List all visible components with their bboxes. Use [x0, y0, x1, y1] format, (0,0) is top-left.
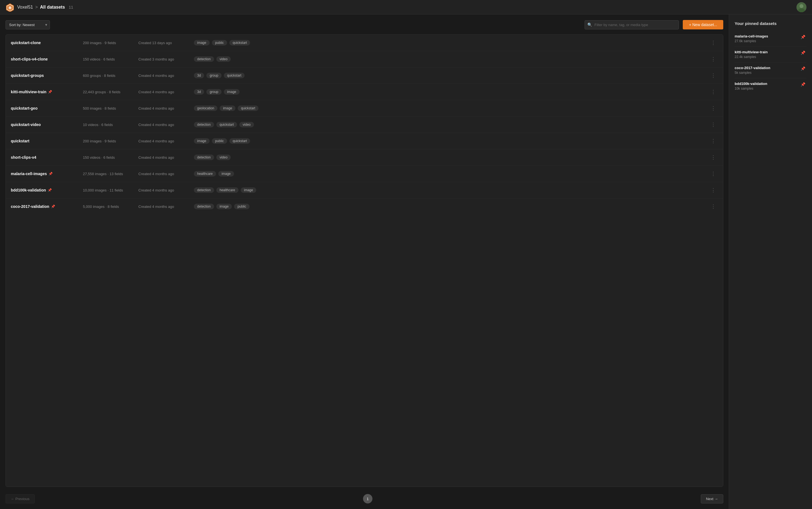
tag: image	[241, 187, 257, 193]
search-wrapper: 🔍	[585, 20, 679, 29]
list-item[interactable]: coco-2017-validation 5k samples 📌	[735, 62, 807, 78]
table-row[interactable]: quickstart-groups 600 groups · 8 fields …	[6, 67, 723, 84]
main-container: Sort by: Newest Sort by: Oldest Sort by:…	[0, 14, 812, 509]
sidebar: Your pinned datasets malaria-cell-images…	[729, 14, 812, 509]
voxel51-logo[interactable]	[5, 3, 14, 12]
tag: image	[218, 171, 234, 176]
pin-icon: 📌	[48, 188, 52, 192]
list-item[interactable]: bdd100k-validation 10k samples 📌	[735, 78, 807, 94]
pin-button[interactable]: 📌	[800, 66, 807, 71]
tag: detection	[194, 122, 214, 127]
dataset-meta: 22,443 groups · 8 fields	[83, 90, 138, 94]
dataset-meta: 150 videos · 6 fields	[83, 57, 138, 61]
tag: quickstart	[224, 73, 245, 78]
tag: healthcare	[194, 171, 216, 176]
dataset-menu-button[interactable]: ⋮	[708, 104, 718, 112]
avatar[interactable]	[797, 2, 807, 12]
pin-button[interactable]: 📌	[800, 81, 807, 87]
new-dataset-button[interactable]: + New dataset...	[683, 20, 723, 29]
table-row[interactable]: bdd100k-validation📌 10,000 images · 11 f…	[6, 182, 723, 198]
tag: geolocation	[194, 105, 217, 111]
tag: detection	[194, 155, 214, 160]
sort-wrapper: Sort by: Newest Sort by: Oldest Sort by:…	[5, 20, 50, 29]
dataset-tags: detectionhealthcareimage	[194, 187, 708, 193]
svg-point-5	[800, 4, 803, 8]
dataset-tags: imagepublicquickstart	[194, 138, 708, 144]
table-row[interactable]: quickstart-clone 200 images · 9 fields C…	[6, 35, 723, 51]
dataset-tags: healthcareimage	[194, 171, 708, 176]
table-row[interactable]: coco-2017-validation📌 5,000 images · 8 f…	[6, 198, 723, 214]
breadcrumb-app[interactable]: Voxel51	[17, 5, 33, 10]
dataset-name: short-clips-v4	[11, 155, 83, 160]
content-area: Sort by: Newest Sort by: Oldest Sort by:…	[0, 14, 729, 509]
pinned-dataset-samples: 27.6k samples	[735, 39, 768, 43]
tag: quickstart	[229, 138, 250, 144]
search-icon: 🔍	[587, 23, 592, 27]
breadcrumb: Voxel51 > All datasets 11	[17, 5, 73, 10]
tag: 3d	[194, 89, 204, 95]
dataset-created: Created 4 months ago	[138, 156, 194, 160]
dataset-menu-button[interactable]: ⋮	[708, 153, 718, 162]
dataset-menu-button[interactable]: ⋮	[708, 55, 718, 63]
tag: video	[216, 56, 231, 62]
page-numbers: 1	[363, 494, 372, 504]
table-row[interactable]: quickstart 200 images · 9 fields Created…	[6, 133, 723, 149]
sort-select[interactable]: Sort by: Newest Sort by: Oldest Sort by:…	[5, 20, 50, 29]
table-row[interactable]: quickstart-video 10 videos · 6 fields Cr…	[6, 116, 723, 133]
dataset-created: Created 4 months ago	[138, 188, 194, 192]
list-item[interactable]: kitti-multiview-train 22.4k samples 📌	[735, 47, 807, 62]
table-row[interactable]: kitti-multiview-train📌 22,443 groups · 8…	[6, 84, 723, 100]
tag: public	[212, 40, 227, 45]
toolbar: Sort by: Newest Sort by: Oldest Sort by:…	[5, 20, 723, 29]
datasets-list: quickstart-clone 200 images · 9 fields C…	[5, 34, 723, 487]
dataset-created: Created 3 months ago	[138, 57, 194, 61]
search-input[interactable]	[585, 20, 679, 29]
pinned-dataset-name: kitti-multiview-train	[735, 50, 768, 54]
tag: quickstart	[229, 40, 250, 45]
page-1-button[interactable]: 1	[363, 494, 372, 504]
table-row[interactable]: quickstart-geo 500 images · 8 fields Cre…	[6, 100, 723, 116]
next-button[interactable]: Next →	[701, 494, 723, 504]
tag: 3d	[194, 73, 204, 78]
table-row[interactable]: malaria-cell-images📌 27,558 images · 13 …	[6, 166, 723, 182]
tag: video	[216, 155, 231, 160]
tag: quickstart	[216, 122, 237, 127]
sidebar-title: Your pinned datasets	[735, 21, 807, 26]
dataset-menu-button[interactable]: ⋮	[708, 186, 718, 194]
dataset-name: quickstart-groups	[11, 73, 83, 78]
dataset-created: Created 13 days ago	[138, 41, 194, 45]
dataset-meta: 500 images · 8 fields	[83, 106, 138, 110]
dataset-menu-button[interactable]: ⋮	[708, 121, 718, 129]
tag: image	[224, 89, 239, 95]
dataset-menu-button[interactable]: ⋮	[708, 88, 718, 96]
dataset-created: Created 4 months ago	[138, 73, 194, 78]
tag: quickstart	[238, 105, 258, 111]
pin-button[interactable]: 📌	[800, 50, 807, 56]
dataset-menu-button[interactable]: ⋮	[708, 39, 718, 47]
dataset-meta: 150 videos · 6 fields	[83, 156, 138, 160]
dataset-menu-button[interactable]: ⋮	[708, 170, 718, 178]
table-row[interactable]: short-clips-v4 150 videos · 6 fields Cre…	[6, 149, 723, 166]
dataset-name: quickstart	[11, 139, 83, 143]
dataset-name: quickstart-clone	[11, 40, 83, 45]
pinned-dataset-name: bdd100k-validation	[735, 81, 767, 86]
pagination: ← Previous 1 Next →	[5, 490, 723, 504]
dataset-name: bdd100k-validation📌	[11, 188, 83, 192]
dataset-count-badge: 11	[69, 5, 73, 9]
dataset-menu-button[interactable]: ⋮	[708, 71, 718, 80]
dataset-menu-button[interactable]: ⋮	[708, 137, 718, 145]
pin-button[interactable]: 📌	[800, 34, 807, 40]
dataset-meta: 27,558 images · 13 fields	[83, 172, 138, 176]
dataset-menu-button[interactable]: ⋮	[708, 202, 718, 211]
tag: detection	[194, 56, 214, 62]
header-left: Voxel51 > All datasets 11	[5, 3, 73, 12]
table-row[interactable]: short-clips-v4-clone 150 videos · 6 fiel…	[6, 51, 723, 67]
pinned-datasets-list: malaria-cell-images 27.6k samples 📌 kitt…	[735, 31, 807, 94]
dataset-created: Created 4 months ago	[138, 172, 194, 176]
previous-button[interactable]: ← Previous	[5, 494, 35, 504]
dataset-tags: geolocationimagequickstart	[194, 105, 708, 111]
dataset-tags: detectionimagepublic	[194, 204, 708, 209]
dataset-created: Created 4 months ago	[138, 123, 194, 127]
tag: healthcare	[216, 187, 238, 193]
list-item[interactable]: malaria-cell-images 27.6k samples 📌	[735, 31, 807, 47]
